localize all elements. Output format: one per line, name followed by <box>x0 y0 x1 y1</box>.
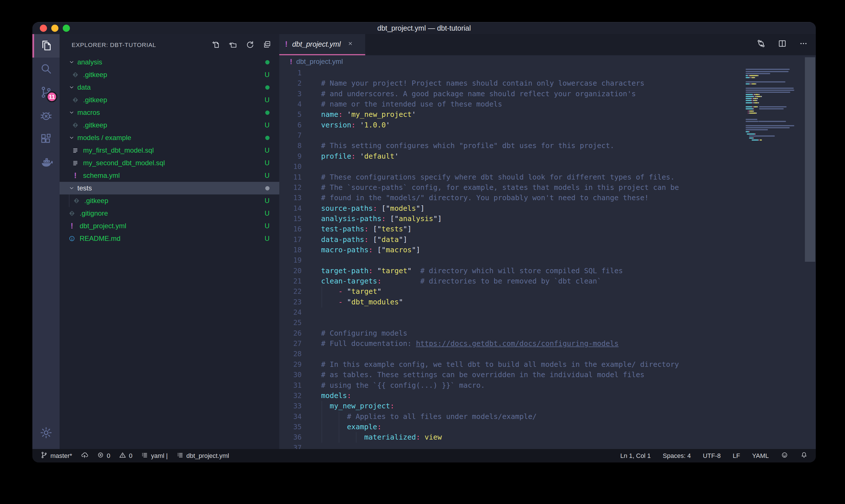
code-line-33[interactable]: 33 my_new_project: <box>279 401 816 412</box>
minimap-line <box>753 110 754 112</box>
breadcrumb-file[interactable]: dbt_project.yml <box>296 57 343 66</box>
code-line-28[interactable]: 28 <box>279 349 816 359</box>
code-line-12[interactable]: 12# The `source-paths` config, for examp… <box>279 182 816 193</box>
new-folder-icon <box>228 40 237 50</box>
code-line-22[interactable]: 22 - "target" <box>279 286 816 297</box>
tree-file-dbt-project-yml[interactable]: !dbt_project.ymlU <box>59 220 279 232</box>
code-editor[interactable]: 12# Name your project! Project names sho… <box>279 68 816 449</box>
code-line-29[interactable]: 29# In this example config, we tell dbt … <box>279 359 816 370</box>
status-feedback[interactable] <box>781 451 788 461</box>
tab-dbt-project-yml[interactable]: ! dbt_project.yml <box>279 34 365 55</box>
tree-file--gitkeep[interactable]: .gitkeepU <box>59 94 279 106</box>
code-line-23[interactable]: 23 - "dbt_modules" <box>279 297 816 308</box>
tree-file--gitkeep[interactable]: .gitkeepU <box>59 195 279 207</box>
more-actions-button[interactable] <box>798 39 808 50</box>
status-language-mode[interactable]: YAML <box>752 452 769 460</box>
tree-file--gitkeep[interactable]: .gitkeepU <box>59 69 279 81</box>
code-line-19[interactable]: 19 <box>279 255 816 266</box>
code-line-27[interactable]: 27# Full documentation: https://docs.get… <box>279 339 816 349</box>
code-line-26[interactable]: 26# Configuring models <box>279 328 816 339</box>
code-line-4[interactable]: 4# name or the intended use of these mod… <box>279 99 816 110</box>
code-line-31[interactable]: 31# using the `{{ config(...) }}` macro. <box>279 380 816 391</box>
code-line-11[interactable]: 11# These configurations specify where d… <box>279 172 816 183</box>
refresh-button[interactable] <box>245 40 255 50</box>
status-bar: master*00yaml |dbt_project.yml Ln 1, Col… <box>32 449 816 463</box>
code-line-13[interactable]: 13# found in the "models/" directory. Yo… <box>279 193 816 203</box>
code-line-18[interactable]: 18macro-paths: ["macros"] <box>279 245 816 255</box>
tree-folder-macros[interactable]: macros <box>59 106 279 119</box>
code-line-1[interactable]: 1 <box>279 68 816 78</box>
code-line-2[interactable]: 2# Name your project! Project names shou… <box>279 78 816 89</box>
status-indentation[interactable]: Spaces: 4 <box>663 452 691 460</box>
open-changes-button[interactable] <box>756 39 766 50</box>
split-editor-button[interactable] <box>777 39 787 50</box>
new-folder-button[interactable] <box>228 40 237 50</box>
gear-icon <box>39 426 53 440</box>
activity-item-search[interactable] <box>32 57 59 81</box>
activity-item-source-control[interactable]: 11 <box>32 81 59 105</box>
tree-file-my-second-dbt-model-sql[interactable]: my_second_dbt_model.sqlU <box>59 157 279 169</box>
tab-close-icon[interactable] <box>347 40 354 48</box>
code-line-21[interactable]: 21clean-targets: # directories to be rem… <box>279 276 816 287</box>
code-line-34[interactable]: 34 # Applies to all files under models/e… <box>279 412 816 422</box>
status-eol[interactable]: LF <box>733 452 740 460</box>
tree-folder-data[interactable]: data <box>59 81 279 94</box>
status-notifications[interactable] <box>800 451 808 461</box>
code-line-36[interactable]: 36 materialized: view <box>279 432 816 443</box>
status-errors-label: 0 <box>107 452 110 460</box>
code-line-5[interactable]: 5name: 'my_new_project' <box>279 109 816 120</box>
code-line-32[interactable]: 32models: <box>279 391 816 401</box>
line-number: 6 <box>279 120 302 130</box>
activity-item-explorer[interactable] <box>32 34 59 57</box>
status-errors[interactable]: 0 <box>97 451 110 461</box>
activity-item-docker[interactable] <box>32 151 59 175</box>
tree-file--gitignore[interactable]: .gitignoreU <box>59 207 279 220</box>
tree-file-schema-yml[interactable]: !schema.ymlU <box>59 169 279 182</box>
status-publish[interactable] <box>81 451 88 461</box>
code-line-7[interactable]: 7 <box>279 130 816 141</box>
line-number: 26 <box>279 328 302 339</box>
code-line-17[interactable]: 17data-paths: ["data"] <box>279 235 816 245</box>
code-line-3[interactable]: 3# and underscores. A good package name … <box>279 89 816 100</box>
tree-item-label: my_first_dbt_model.sql <box>83 146 154 154</box>
code-line-30[interactable]: 30# as tables. These settings can be ove… <box>279 370 816 380</box>
status-cursor-position[interactable]: Ln 1, Col 1 <box>620 452 650 460</box>
tree-file-readme-md[interactable]: README.mdU <box>59 232 279 245</box>
code-line-20[interactable]: 20target-path: "target" # directory whic… <box>279 266 816 276</box>
status-branch[interactable]: master* <box>40 451 72 461</box>
status-file-outline[interactable]: dbt_project.yml <box>177 451 229 461</box>
code-line-35[interactable]: 35 example: <box>279 422 816 432</box>
new-file-button[interactable] <box>211 40 220 50</box>
code-line-37[interactable]: 37 <box>279 443 816 449</box>
code-line-6[interactable]: 6version: '1.0.0' <box>279 120 816 130</box>
minimap-line <box>749 136 775 137</box>
code-line-9[interactable]: 9profile: 'default' <box>279 151 816 162</box>
tree-folder-tests[interactable]: tests <box>59 182 279 195</box>
code-line-25[interactable]: 25 <box>279 318 816 328</box>
code-line-24[interactable]: 24 <box>279 307 816 318</box>
code-line-10[interactable]: 10 <box>279 162 816 172</box>
status-yaml-outline[interactable]: yaml | <box>141 451 167 461</box>
line-number: 7 <box>279 130 302 141</box>
status-encoding[interactable]: UTF-8 <box>703 452 721 460</box>
docker-icon <box>39 156 53 170</box>
tree-folder-models-example[interactable]: models / example <box>59 131 279 144</box>
git-status-badge: U <box>265 121 270 129</box>
code-line-15[interactable]: 15analysis-paths: ["analysis"] <box>279 214 816 224</box>
code-line-8[interactable]: 8# This setting configures which "profil… <box>279 141 816 151</box>
collapse-all-button[interactable] <box>262 40 272 50</box>
activity-item-debug[interactable] <box>32 105 59 128</box>
tree-file--gitkeep[interactable]: .gitkeepU <box>59 119 279 131</box>
code-line-content: example: <box>321 422 381 432</box>
tree-item-label: README.md <box>79 235 121 242</box>
editor-scrollbar[interactable] <box>805 57 815 262</box>
activity-item-extensions[interactable] <box>32 128 59 151</box>
activity-item-settings[interactable] <box>32 421 59 445</box>
code-line-14[interactable]: 14source-paths: ["models"] <box>279 203 816 214</box>
status-warnings[interactable]: 0 <box>119 451 132 461</box>
tree-item-label: .gitkeep <box>84 197 108 205</box>
breadcrumb[interactable]: ! dbt_project.yml <box>279 55 816 68</box>
tree-file-my-first-dbt-model-sql[interactable]: my_first_dbt_model.sqlU <box>59 144 279 157</box>
code-line-16[interactable]: 16test-paths: ["tests"] <box>279 224 816 235</box>
tree-folder-analysis[interactable]: analysis <box>59 56 279 69</box>
